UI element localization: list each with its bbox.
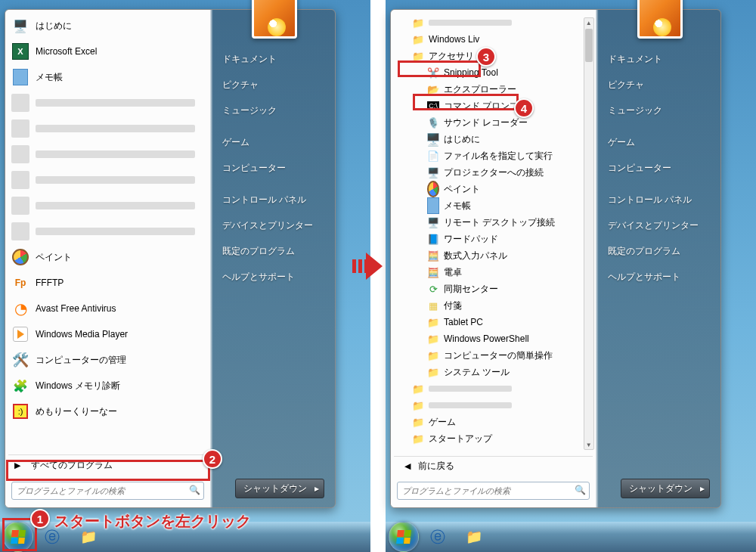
explorer-icon: 📂	[427, 83, 439, 95]
program-item-コンピューターの管理[interactable]: 🛠️コンピューターの管理	[5, 347, 210, 373]
tree-item-コンピューターの簡単操作[interactable]: 📁コンピューターの簡単操作	[391, 347, 596, 364]
program-item-blank[interactable]	[5, 167, 210, 193]
redacted-label	[36, 150, 195, 158]
program-item-はじめに[interactable]: 🖥️はじめに	[5, 13, 210, 39]
start-button[interactable]	[389, 522, 419, 552]
side-item-ゲーム[interactable]: ゲーム	[600, 129, 716, 155]
tree-label: リモート デスクトップ接続	[444, 216, 555, 229]
side-item-ドキュメント[interactable]: ドキュメント	[600, 46, 716, 72]
side-item-コンピューター[interactable]: コンピューター	[215, 155, 330, 181]
program-item-めもりーくりーなー[interactable]: :)めもりーくりーなー	[5, 398, 210, 424]
tree-item-電卓[interactable]: 🧮電卓	[391, 264, 596, 281]
tree-item-サウンド レコーダー[interactable]: 🎙️サウンド レコーダー	[391, 114, 596, 131]
program-item-Windows Media Player[interactable]: Windows Media Player	[5, 321, 210, 347]
search-input[interactable]	[397, 482, 590, 500]
all-programs-button[interactable]: ▶ すべてのプログラム	[8, 454, 207, 476]
tree-item-ワードパッド[interactable]: 📘ワードパッド	[391, 231, 596, 247]
program-item-FFFTP[interactable]: FpFFFTP	[5, 270, 210, 296]
scrollbar[interactable]: ▲ ▼	[584, 17, 594, 450]
scroll-up-icon[interactable]: ▲	[584, 18, 593, 27]
side-item-コントロール パネル[interactable]: コントロール パネル	[600, 187, 716, 212]
arrow-right-icon: ▶	[14, 461, 23, 470]
tree-item-Snipping Tool[interactable]: ✂️Snipping Tool	[391, 64, 596, 81]
scroll-down-icon[interactable]: ▼	[584, 440, 593, 449]
taskbar-explorer-button[interactable]: 📁	[457, 524, 491, 550]
side-item-ミュージック[interactable]: ミュージック	[215, 98, 330, 123]
excel-icon: X	[11, 42, 29, 60]
sync-icon: ⟳	[427, 283, 439, 295]
tree-item-エクスプローラー[interactable]: 📂エクスプローラー	[391, 81, 596, 98]
back-button[interactable]: ◀ 前に戻る	[394, 456, 593, 476]
tree-item-付箋[interactable]: ▦付箋	[391, 297, 596, 314]
proj-icon: 🖥️	[427, 166, 439, 178]
redacted-label	[36, 176, 195, 184]
windows-logo-icon	[11, 530, 26, 544]
taskbar-ie-button[interactable]: ⓔ	[420, 524, 455, 550]
start-menu: 📁📁Windows Liv📁アクセサリ✂️Snipping Tool📂エクスプロ…	[390, 9, 721, 508]
tree-item-メモ帳[interactable]: メモ帳	[391, 197, 596, 214]
side-item-デバイスとプリンター[interactable]: デバイスとプリンター	[600, 212, 716, 238]
tree-item-blank[interactable]: 📁	[391, 14, 596, 31]
tree-item-リモート デスクトップ接続[interactable]: 🖥️リモート デスクトップ接続	[391, 214, 596, 231]
program-item-blank[interactable]	[5, 219, 210, 244]
blank-icon	[11, 145, 29, 163]
program-item-blank[interactable]	[5, 116, 210, 141]
side-item-デバイスとプリンター[interactable]: デバイスとプリンター	[215, 212, 330, 238]
side-item-ピクチャ[interactable]: ピクチャ	[600, 72, 716, 98]
side-item-ドキュメント[interactable]: ドキュメント	[215, 46, 330, 72]
side-item-ヘルプとサポート[interactable]: ヘルプとサポート	[600, 264, 716, 290]
tree-item-同期センター[interactable]: ⟳同期センター	[391, 281, 596, 297]
program-item-Windows メモリ診断[interactable]: 🧩Windows メモリ診断	[5, 373, 210, 398]
step-badge-3: 3	[476, 47, 496, 67]
redacted-label	[36, 99, 195, 107]
tree-item-Windows PowerShell[interactable]: 📁Windows PowerShell	[391, 330, 596, 347]
tree-item-コマンド プロンプト[interactable]: C:\コマンド プロンプト	[391, 98, 596, 114]
program-item-Avast Free Antivirus[interactable]: ◔Avast Free Antivirus	[5, 296, 210, 321]
search-input[interactable]	[11, 482, 204, 500]
side-item-ヘルプとサポート[interactable]: ヘルプとサポート	[215, 264, 330, 290]
shutdown-button[interactable]: シャットダウン	[235, 479, 324, 498]
folder-icon: 📁	[412, 416, 424, 428]
tree-item-ファイル名を指定して実行[interactable]: 📄ファイル名を指定して実行	[391, 147, 596, 164]
program-item-blank[interactable]	[5, 141, 210, 167]
side-item-ゲーム[interactable]: ゲーム	[215, 129, 330, 155]
all-programs-label: すべてのプログラム	[31, 459, 113, 472]
tree-item-blank[interactable]: 📁	[391, 380, 596, 397]
scroll-thumb[interactable]	[585, 29, 593, 62]
tree-item-プロジェクターへの接続[interactable]: 🖥️プロジェクターへの接続	[391, 164, 596, 181]
tree-item-はじめに[interactable]: 🖥️はじめに	[391, 131, 596, 147]
program-item-Microsoft Excel[interactable]: XMicrosoft Excel	[5, 39, 210, 64]
side-item-コントロール パネル[interactable]: コントロール パネル	[215, 187, 330, 212]
tree-item-数式入力パネル[interactable]: 🧮数式入力パネル	[391, 247, 596, 264]
start-button[interactable]	[3, 522, 33, 552]
tree-item-Tablet PC[interactable]: 📁Tablet PC	[391, 314, 596, 330]
tree-item-blank[interactable]: 📁	[391, 397, 596, 414]
wmp-icon	[11, 325, 29, 343]
folder-icon: 📁	[412, 33, 424, 45]
program-item-blank[interactable]	[5, 90, 210, 116]
tree-label: スタートアップ	[429, 433, 492, 445]
shutdown-button[interactable]: シャットダウン	[621, 479, 710, 498]
redacted-label	[36, 228, 195, 235]
side-item-既定のプログラム[interactable]: 既定のプログラム	[600, 238, 716, 264]
ffftp-icon: Fp	[11, 274, 29, 292]
side-item-ピクチャ[interactable]: ピクチャ	[215, 72, 330, 98]
tree-item-スタートアップ[interactable]: 📁スタートアップ	[391, 430, 596, 447]
redacted-label	[429, 386, 512, 392]
program-item-blank[interactable]	[5, 193, 210, 219]
math-icon: 🧮	[427, 250, 439, 262]
program-item-メモ帳[interactable]: メモ帳	[5, 64, 210, 90]
folder-icon: 📁	[427, 333, 439, 345]
user-avatar[interactable]	[637, 0, 683, 39]
tree-item-Windows Liv[interactable]: 📁Windows Liv	[391, 31, 596, 48]
tree-item-ペイント[interactable]: ペイント	[391, 181, 596, 197]
side-item-ミュージック[interactable]: ミュージック	[600, 98, 716, 123]
tree-item-システム ツール[interactable]: 📁システム ツール	[391, 364, 596, 380]
back-arrow-icon: ◀	[404, 461, 411, 471]
side-item-既定のプログラム[interactable]: 既定のプログラム	[215, 238, 330, 264]
windows-logo-icon	[396, 530, 411, 544]
step-badge-1: 1	[30, 509, 50, 529]
program-item-ペイント[interactable]: ペイント	[5, 244, 210, 270]
tree-item-ゲーム[interactable]: 📁ゲーム	[391, 414, 596, 430]
side-item-コンピューター[interactable]: コンピューター	[600, 155, 716, 181]
